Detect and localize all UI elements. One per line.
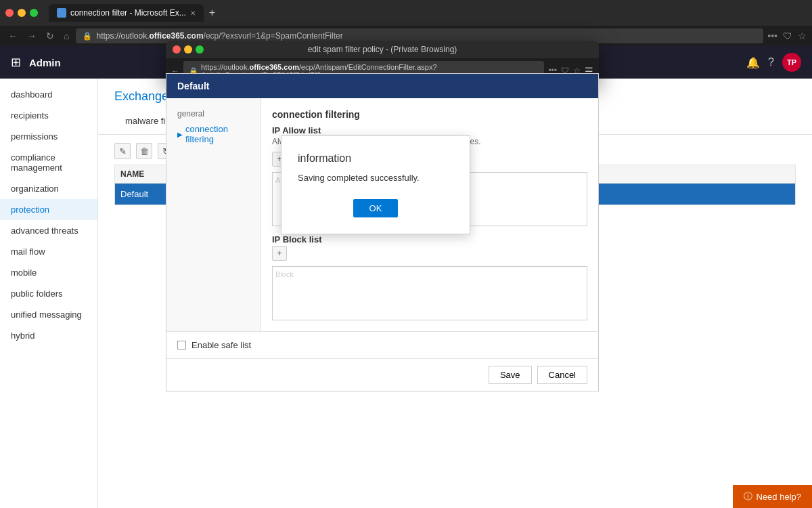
ip-block-list: Block xyxy=(272,266,587,320)
reload-button[interactable]: ↻ xyxy=(43,29,57,43)
info-dialog: information Saving completed successfull… xyxy=(281,135,470,234)
cancel-button[interactable]: Cancel xyxy=(537,366,587,384)
tab-title: connection filter - Microsoft Ex... xyxy=(70,8,186,18)
tab-close-button[interactable]: ✕ xyxy=(190,9,196,17)
sidebar-item-mail-flow[interactable]: mail flow xyxy=(0,241,97,262)
back-button[interactable]: ← xyxy=(5,29,20,43)
inner-traffic-lights xyxy=(173,45,204,54)
traffic-lights xyxy=(5,9,38,17)
inner-minimize-button[interactable] xyxy=(184,45,192,54)
save-button[interactable]: Save xyxy=(489,366,532,384)
ip-block-toolbar: + xyxy=(272,246,587,261)
info-dialog-footer: OK xyxy=(298,199,453,217)
sidebar-item-permissions[interactable]: permissions xyxy=(0,126,97,147)
form-footer: Save Cancel xyxy=(166,358,598,391)
tab-favicon xyxy=(57,8,66,18)
bookmark-icon[interactable]: ☆ xyxy=(798,30,807,41)
ip-block-placeholder: Block xyxy=(275,270,294,278)
safe-list-checkbox[interactable] xyxy=(177,341,186,350)
cf-section-title: connection filtering xyxy=(272,109,587,120)
edit-button[interactable]: ✎ xyxy=(114,143,131,159)
safe-list-label: Enable safe list xyxy=(191,340,251,350)
inner-close-button[interactable] xyxy=(173,45,181,54)
active-tab[interactable]: connection filter - Microsoft Ex... ✕ xyxy=(49,4,204,22)
user-avatar[interactable]: TP xyxy=(782,53,801,72)
forward-button[interactable]: → xyxy=(24,29,39,43)
info-dialog-title: information xyxy=(298,152,453,165)
delete-button[interactable]: 🗑 xyxy=(136,143,152,159)
ip-block-section: IP Block list + Block xyxy=(272,234,587,320)
help-icon[interactable]: ? xyxy=(768,56,774,68)
help-circle-icon: ⓘ xyxy=(744,490,752,503)
sidebar-item-compliance[interactable]: compliance management xyxy=(0,147,97,178)
sidebar-item-organization[interactable]: organization xyxy=(0,178,97,199)
sidebar-item-mobile[interactable]: mobile xyxy=(0,262,97,283)
new-tab-button[interactable]: + xyxy=(204,4,221,22)
security-icon: 🔒 xyxy=(83,32,92,41)
tab-bar: connection filter - Microsoft Ex... ✕ + xyxy=(43,4,226,22)
sidebar-item-public-folders[interactable]: public folders xyxy=(0,283,97,304)
edit-sidebar-group-label: general xyxy=(177,109,250,119)
sidebar-item-dashboard[interactable]: dashboard xyxy=(0,84,97,105)
sidebar: dashboard recipients permissions complia… xyxy=(0,79,98,508)
ok-button[interactable]: OK xyxy=(353,199,399,217)
edit-sidebar: general ▶ connection filtering xyxy=(166,98,261,331)
inner-title: edit spam filter policy - (Private Brows… xyxy=(308,45,457,54)
sidebar-item-advanced-threats[interactable]: advanced threats xyxy=(0,220,97,241)
home-button[interactable]: ⌂ xyxy=(61,29,72,43)
sidebar-item-recipients[interactable]: recipients xyxy=(0,105,97,126)
more-options-icon[interactable]: ••• xyxy=(767,30,777,41)
sidebar-arrow-icon: ▶ xyxy=(177,131,183,138)
need-help-button[interactable]: ⓘ Need help? xyxy=(733,485,813,508)
address-text: https://outlook.office365.com/ecp/?exsvu… xyxy=(96,31,342,41)
browser-chrome: connection filter - Microsoft Ex... ✕ + … xyxy=(0,0,812,46)
inner-title-bar: edit spam filter policy - (Private Brows… xyxy=(166,41,599,58)
safe-list-row: Enable safe list xyxy=(166,331,598,358)
sidebar-item-unified-messaging[interactable]: unified messaging xyxy=(0,304,97,325)
shield-icon: 🛡 xyxy=(783,30,792,41)
sidebar-item-protection[interactable]: protection xyxy=(0,199,97,220)
minimize-window-button[interactable] xyxy=(18,9,26,17)
close-window-button[interactable] xyxy=(5,9,14,17)
ip-block-title: IP Block list xyxy=(272,234,587,245)
edit-form-title: Default xyxy=(166,74,598,98)
sidebar-item-hybrid[interactable]: hybrid xyxy=(0,325,97,346)
ip-block-add-button[interactable]: + xyxy=(272,246,287,261)
app-title: Admin xyxy=(29,57,61,68)
nav-extras: ••• 🛡 ☆ xyxy=(767,30,807,41)
header-actions: 🔔 ? TP xyxy=(746,53,801,72)
notification-icon[interactable]: 🔔 xyxy=(746,56,760,69)
ip-allow-title: IP Allow list xyxy=(272,125,587,135)
maximize-window-button[interactable] xyxy=(30,9,38,17)
edit-sidebar-connection-filtering[interactable]: ▶ connection filtering xyxy=(177,121,250,147)
inner-maximize-button[interactable] xyxy=(196,45,204,54)
grid-icon[interactable]: ⊞ xyxy=(11,55,21,70)
title-bar: connection filter - Microsoft Ex... ✕ + xyxy=(0,0,812,26)
info-dialog-message: Saving completed successfully. xyxy=(298,173,453,183)
